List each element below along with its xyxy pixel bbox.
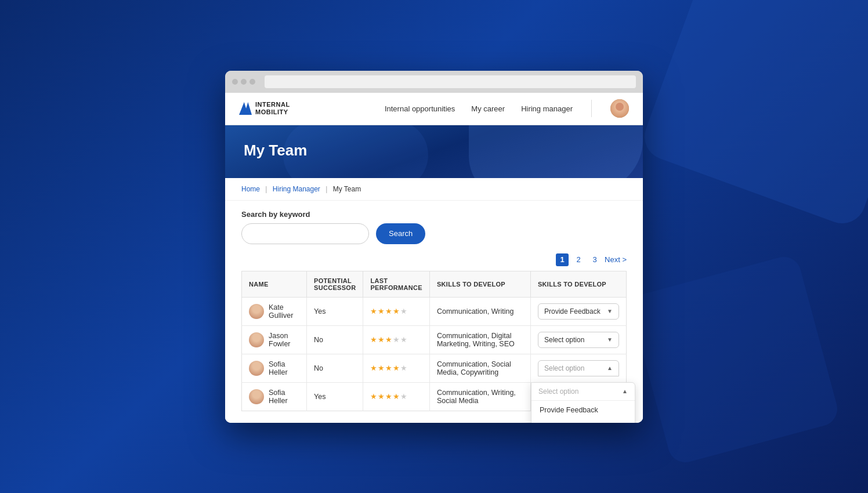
cell-action: Provide Feedback ▼ [530, 297, 626, 325]
cell-skills: Communication, Social Media, Copywriting [429, 354, 530, 382]
person-cell: Sofia Heller [249, 360, 299, 376]
dropdown-label: Select option [544, 364, 584, 372]
cell-name: Sofia Heller [242, 382, 307, 411]
browser-dot-close [232, 79, 238, 85]
stars: ★★★★★ [370, 335, 408, 344]
cell-skills: Communication, Writing, Social Media [429, 382, 530, 411]
table-row: Jason Fowler No ★★★★★ Communication, Dig… [242, 325, 627, 354]
stars: ★★★★★ [370, 364, 408, 372]
person-cell: Kate Gulliver [249, 303, 299, 320]
page-1[interactable]: 1 [556, 253, 569, 266]
option-development-plan[interactable]: Development Plan [531, 419, 635, 423]
dropdown-popup: Select option ▲ Provide Feedback Develop… [531, 382, 635, 423]
cell-potential: No [307, 325, 363, 354]
cell-performance: ★★★★★ [363, 325, 429, 354]
cell-skills: Communication, Writing [429, 297, 530, 325]
browser-window: INTERNAL MOBILITY Internal opportunities… [225, 71, 643, 423]
pagination: 1 2 3 Next > [225, 251, 643, 271]
header: INTERNAL MOBILITY Internal opportunities… [225, 93, 643, 125]
breadcrumb-sep1: | [265, 185, 267, 193]
breadcrumb-sep2: | [326, 185, 327, 193]
cell-potential: No [307, 354, 363, 382]
avatar-image [610, 99, 629, 118]
table-header-row: NAME POTENTIALSUCCESSOR LASTPERFORMANCE … [242, 271, 627, 297]
browser-dots [232, 79, 255, 85]
cell-skills: Communication, Digital Marketing, Writin… [429, 325, 530, 354]
person-avatar [249, 332, 264, 347]
action-dropdown-sofia1[interactable]: Select option ▲ [538, 360, 619, 376]
col-header-skills2: SKILLS TO DEVELOP [530, 271, 626, 297]
person-avatar [249, 361, 264, 376]
main-nav: Internal opportunities My career Hiring … [385, 99, 629, 118]
nav-hiring-manager[interactable]: Hiring manager [521, 104, 573, 113]
cell-performance: ★★★★★ [363, 382, 429, 411]
search-label: Search by keyword [241, 210, 627, 219]
page-title: My Team [244, 142, 624, 160]
dropdown-label: Provide Feedback [544, 307, 601, 316]
search-button[interactable]: Search [376, 223, 425, 244]
browser-dot-max [249, 79, 255, 85]
breadcrumb: Home | Hiring Manager | My Team [225, 178, 643, 201]
dropdown-popup-header: Select option ▲ [531, 383, 635, 401]
search-input[interactable] [241, 223, 369, 244]
stars: ★★★★★ [370, 307, 408, 316]
cell-name: Jason Fowler [242, 325, 307, 354]
table-row: Kate Gulliver Yes ★★★★★ Communication, W… [242, 297, 627, 325]
stars: ★★★★★ [370, 392, 408, 401]
chevron-up-icon: ▲ [607, 365, 613, 371]
dropdown-placeholder: Select option [538, 387, 578, 396]
browser-bar [225, 71, 643, 93]
hero-banner: My Team [225, 125, 643, 178]
avatar[interactable] [610, 99, 629, 118]
breadcrumb-current: My Team [333, 185, 361, 193]
person-name: Jason Fowler [269, 332, 299, 348]
search-row: Search [241, 223, 627, 244]
browser-url-bar [265, 75, 636, 88]
logo-icon [239, 102, 252, 115]
app: INTERNAL MOBILITY Internal opportunities… [225, 93, 643, 423]
browser-dot-min [241, 79, 247, 85]
cell-performance: ★★★★★ [363, 354, 429, 382]
col-header-name: NAME [242, 271, 307, 297]
col-header-skills1: SKILLS TO DEVELOP [429, 271, 530, 297]
cell-action: Select option ▲ Select option ▲ Provide … [530, 354, 626, 382]
person-name: Kate Gulliver [269, 303, 299, 320]
nav-internal-opportunities[interactable]: Internal opportunities [385, 104, 455, 113]
person-cell: Sofia Heller [249, 389, 299, 405]
cell-name: Sofia Heller [242, 354, 307, 382]
option-provide-feedback[interactable]: Provide Feedback [531, 401, 635, 419]
page-3[interactable]: 3 [588, 253, 601, 266]
team-table: NAME POTENTIALSUCCESSOR LASTPERFORMANCE … [241, 271, 627, 411]
nav-divider [591, 100, 592, 117]
cell-name: Kate Gulliver [242, 297, 307, 325]
person-name: Sofia Heller [269, 389, 299, 405]
logo: INTERNAL MOBILITY [239, 101, 290, 116]
breadcrumb-hiring-manager[interactable]: Hiring Manager [273, 185, 320, 193]
page-2[interactable]: 2 [572, 253, 585, 266]
action-dropdown-kate[interactable]: Provide Feedback ▼ [538, 303, 619, 320]
chevron-down-icon: ▼ [607, 308, 613, 314]
cell-performance: ★★★★★ [363, 297, 429, 325]
cell-potential: Yes [307, 297, 363, 325]
table-wrapper: NAME POTENTIALSUCCESSOR LASTPERFORMANCE … [225, 271, 643, 423]
col-header-performance: LASTPERFORMANCE [363, 271, 429, 297]
chevron-down-icon: ▼ [607, 336, 613, 343]
logo-text: INTERNAL MOBILITY [255, 101, 290, 116]
cell-potential: Yes [307, 382, 363, 411]
action-dropdown-jason[interactable]: Select option ▼ [538, 332, 619, 348]
page-next[interactable]: Next > [605, 255, 627, 264]
search-section: Search by keyword Search [225, 201, 643, 251]
person-cell: Jason Fowler [249, 332, 299, 348]
breadcrumb-home[interactable]: Home [241, 185, 260, 193]
person-avatar [249, 389, 264, 404]
dropdown-label: Select option [544, 336, 584, 344]
chevron-up-icon-popup: ▲ [622, 388, 628, 394]
col-header-potential: POTENTIALSUCCESSOR [307, 271, 363, 297]
cell-action: Select option ▼ [530, 325, 626, 354]
nav-my-career[interactable]: My career [471, 104, 505, 113]
table-body: Kate Gulliver Yes ★★★★★ Communication, W… [242, 297, 627, 411]
table-row: Sofia Heller No ★★★★★ Communication, Soc… [242, 354, 627, 382]
person-avatar [249, 304, 264, 319]
main-content: Home | Hiring Manager | My Team Search b… [225, 178, 643, 423]
person-name: Sofia Heller [269, 360, 299, 376]
